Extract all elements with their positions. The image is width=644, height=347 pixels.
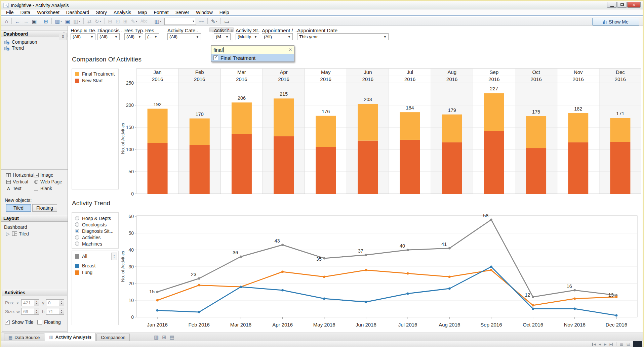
data-point-breast[interactable] <box>365 301 367 303</box>
data-point-all[interactable] <box>323 257 325 260</box>
close-button[interactable]: ✕ <box>627 2 641 8</box>
data-point-breast[interactable] <box>198 311 200 313</box>
tiled-button[interactable]: Tiled <box>6 204 31 212</box>
filter-select-res[interactable]: (...▼ <box>145 33 159 40</box>
bar-segment-new-start[interactable] <box>526 148 546 194</box>
menu-map[interactable]: Map <box>134 9 150 15</box>
new-dashboard-button[interactable]: ⊞ <box>162 334 166 340</box>
menu-help[interactable]: Help <box>216 9 233 15</box>
data-point-lung[interactable] <box>323 276 325 278</box>
bar-segment-new-start[interactable] <box>274 136 294 194</box>
spinner[interactable]: ▲▼ <box>59 308 64 314</box>
data-point-breast[interactable] <box>490 266 492 268</box>
menu-format[interactable]: Format <box>150 9 172 15</box>
data-point-breast[interactable] <box>323 298 325 300</box>
bar-segment-new-start[interactable] <box>316 147 336 194</box>
bar-segment-final-treatment[interactable] <box>190 119 210 145</box>
spinner[interactable]: ▲▼ <box>34 308 39 314</box>
menu-server[interactable]: Server <box>172 9 193 15</box>
data-point-lung[interactable] <box>448 276 451 278</box>
radio-activities[interactable]: Activities <box>75 234 100 240</box>
data-point-breast[interactable] <box>407 293 409 295</box>
tab-data-source[interactable]: ▦Data Source <box>4 334 44 341</box>
presentation-mode-icon[interactable]: ▭ <box>223 18 230 25</box>
bar-segment-new-start[interactable] <box>400 140 420 194</box>
radio-machines[interactable]: Machines <box>75 241 102 247</box>
refresh-icon[interactable]: ↻▾ <box>93 18 103 25</box>
pin-icon[interactable]: ⊶ <box>198 18 205 25</box>
pos-x-field[interactable]: 421▲▼ <box>21 299 39 306</box>
data-point-all[interactable] <box>532 296 534 298</box>
data-point-lung[interactable] <box>281 271 284 273</box>
object-web-page[interactable]: Web Page <box>34 179 62 185</box>
filter-select-activity-st[interactable]: (Multip...▼ <box>236 33 259 40</box>
filter-select-activity-cate[interactable]: (All)▼ <box>167 33 201 40</box>
data-point-breast[interactable] <box>573 308 576 310</box>
mark-type-icon[interactable]: ▥▾ <box>153 18 163 25</box>
data-point-all[interactable] <box>281 244 284 246</box>
data-point-all[interactable] <box>198 277 200 280</box>
data-point-all[interactable] <box>365 254 367 256</box>
object-blank[interactable]: Blank <box>34 185 52 191</box>
size-h-field[interactable]: 71▲▼ <box>46 308 64 315</box>
new-worksheet-icon[interactable]: ▥▾ <box>54 18 63 25</box>
data-point-all[interactable] <box>156 291 159 293</box>
data-point-lung[interactable] <box>156 299 159 302</box>
data-point-lung[interactable] <box>365 269 367 271</box>
view-size-select[interactable]: ▾ <box>164 18 196 25</box>
last-sheet-button[interactable]: ▶ <box>609 343 613 346</box>
bar-segment-final-treatment[interactable] <box>442 115 462 142</box>
bar-segment-new-start[interactable] <box>442 142 462 194</box>
bar-segment-final-treatment[interactable] <box>232 102 252 134</box>
menu-data[interactable]: Data <box>17 9 34 15</box>
clear-search-icon[interactable]: ✕ <box>289 47 292 52</box>
legend-scroll-spinner[interactable]: ▲▼ <box>111 253 117 260</box>
bar-segment-final-treatment[interactable] <box>610 118 630 142</box>
bar-segment-new-start[interactable] <box>610 142 630 194</box>
menu-window[interactable]: Window <box>193 9 216 15</box>
object-image[interactable]: Image <box>34 172 53 178</box>
previous-sheet-button[interactable]: ◀ <box>599 343 601 346</box>
filter-search-input[interactable]: final ✕ <box>211 46 294 54</box>
floating-checkbox[interactable]: Floating <box>37 319 61 325</box>
bar-segment-final-treatment[interactable] <box>568 113 588 142</box>
maximize-button[interactable] <box>617 2 627 8</box>
radio-oncologists[interactable]: Oncologists <box>75 222 107 227</box>
tab-comparison[interactable]: Comparison <box>96 334 130 341</box>
legend-item-breast[interactable]: Breast <box>75 263 95 268</box>
data-point-all[interactable] <box>490 219 492 221</box>
bar-segment-new-start[interactable] <box>358 141 378 194</box>
bar-segment-final-treatment[interactable] <box>400 112 420 140</box>
next-sheet-button[interactable]: ▶ <box>604 343 606 346</box>
data-point-breast[interactable] <box>615 314 617 317</box>
sheet-sorter-view-icon[interactable]: ▦ <box>619 342 623 347</box>
data-point-breast[interactable] <box>240 286 242 288</box>
menu-story[interactable]: Story <box>92 9 110 15</box>
filter-select-diagnosis[interactable]: (All)▼ <box>97 33 120 40</box>
bar-segment-new-start[interactable] <box>232 134 252 194</box>
abc-icon[interactable]: Abc <box>139 18 149 25</box>
radio-hosp-depts[interactable]: Hosp & Depts <box>75 215 111 221</box>
container-drag-handle[interactable]: ⇕ <box>59 33 67 40</box>
data-point-lung[interactable] <box>573 298 576 300</box>
bar-segment-final-treatment[interactable] <box>316 116 336 147</box>
data-point-breast[interactable] <box>532 308 534 310</box>
swap-rows-columns-icon[interactable]: ⇄ <box>86 18 93 25</box>
object-text[interactable]: AText <box>6 185 22 191</box>
data-point-lung[interactable] <box>490 269 492 271</box>
menu-analysis[interactable]: Analysis <box>110 9 134 15</box>
data-point-breast[interactable] <box>448 288 451 290</box>
filter-select-appointment-date[interactable]: This year▼ <box>297 33 389 40</box>
bar-segment-new-start[interactable] <box>484 131 504 194</box>
filter-select-appointment[interactable]: (All)▼ <box>262 33 293 40</box>
filter-select-res-typ[interactable]: (All)▼ <box>124 33 143 40</box>
minimize-button[interactable] <box>607 2 617 8</box>
data-point-breast[interactable] <box>281 289 284 292</box>
add-data-source-icon[interactable]: ⊞ <box>42 18 49 25</box>
bar-segment-new-start[interactable] <box>568 142 588 194</box>
data-point-all[interactable] <box>240 256 242 258</box>
first-sheet-button[interactable]: ◀ <box>592 343 596 346</box>
bar-segment-final-treatment[interactable] <box>148 109 168 143</box>
data-point-all[interactable] <box>407 249 409 251</box>
home-icon[interactable]: ⌂ <box>4 18 9 25</box>
